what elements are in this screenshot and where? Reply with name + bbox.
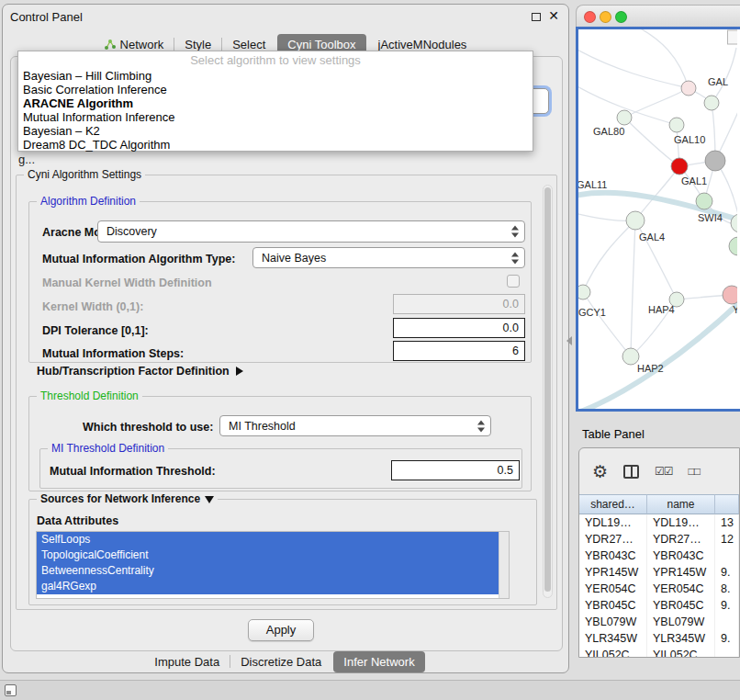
network-node[interactable] [729, 237, 737, 255]
list-item[interactable]: TopologicalCoefficient [37, 548, 499, 563]
columns-icon[interactable] [623, 465, 639, 479]
node-label: GAL1 [681, 175, 707, 186]
scrollbar-thumb[interactable] [544, 187, 551, 592]
network-node-selected[interactable] [671, 158, 688, 175]
network-node[interactable] [723, 286, 737, 304]
mac-close-button[interactable] [584, 11, 596, 23]
table-row[interactable]: YBR043CYBR043C [579, 548, 739, 564]
which-threshold-select[interactable]: MI Threshold [219, 415, 491, 436]
close-icon[interactable]: ✕ [548, 8, 559, 23]
collapse-arrow-icon[interactable] [205, 496, 214, 503]
network-edge [631, 220, 635, 356]
list-scrollbar[interactable] [499, 532, 509, 598]
tab-infer-network[interactable]: Infer Network [333, 651, 424, 672]
combo-stepper-icon [477, 420, 486, 432]
table-row[interactable]: YLR345WYLR345W9. [579, 630, 739, 647]
mac-minimize-button[interactable] [600, 11, 611, 23]
dropdown-item[interactable]: Bayesian – K2 [18, 124, 533, 138]
dpi-tolerance-label: DPI Tolerance [0,1]: [42, 324, 149, 337]
table-cell: 9. [715, 630, 739, 647]
mi-algorithm-type-label: Mutual Information Algorithm Type: [42, 253, 235, 265]
table-header-row: shared… name [579, 494, 739, 514]
tab-discretize-data[interactable]: Discretize Data [230, 651, 331, 672]
mi-algorithm-type-select[interactable]: Naive Bayes [252, 247, 525, 268]
table-cell: YER054C [579, 581, 647, 597]
float-window-icon[interactable] [532, 13, 541, 21]
node-label: GAL10 [674, 134, 705, 145]
table-cell: YBL079W [647, 614, 715, 630]
network-edge [583, 220, 635, 292]
network-node[interactable] [696, 193, 712, 209]
network-node[interactable] [704, 96, 719, 110]
tab-jactivemodules-label: jActiveMNodules [378, 38, 467, 51]
dropdown-item[interactable]: Basic Correlation Inference [18, 83, 533, 96]
data-attributes-list: SelfLoops TopologicalCoefficient Between… [36, 531, 510, 599]
control-panel-window: Control Panel ✕ Network Style Select Cyn… [2, 4, 569, 673]
list-item[interactable]: gal4RGexp [37, 579, 499, 594]
expand-arrow-icon[interactable] [236, 367, 243, 376]
network-scrollbar-fragment[interactable] [728, 30, 738, 44]
which-threshold-value: MI Threshold [229, 420, 296, 433]
table-row[interactable]: YDR27…YDR27…12 [579, 531, 739, 548]
cyni-bottom-tabbar: Impute Data Discretize Data Infer Networ… [3, 649, 568, 673]
algorithm-dropdown-list: Select algorithm to view settings Bayesi… [17, 51, 533, 152]
network-node[interactable] [578, 285, 590, 299]
gear-icon[interactable]: ⚙ [592, 463, 608, 480]
manual-kernel-width-label: Manual Kernel Width Definition [42, 277, 212, 289]
table-cell: YIL052C [647, 647, 715, 657]
dpi-tolerance-field[interactable]: 0.0 [393, 318, 525, 338]
sources-title[interactable]: Sources for Network Inference [37, 492, 218, 506]
dropdown-item-selected[interactable]: ARACNE Algorithm [18, 96, 533, 110]
network-node[interactable] [705, 151, 725, 171]
aracne-mode-value: Discovery [107, 225, 157, 238]
network-node[interactable] [626, 211, 645, 230]
dropdown-item[interactable]: Bayesian – Hill Climbing [18, 69, 533, 83]
combo-stepper-icon [511, 252, 520, 264]
network-window-titlebar[interactable] [576, 5, 740, 27]
kernel-width-field[interactable]: 0.0 [393, 294, 525, 314]
mac-zoom-button[interactable] [615, 11, 627, 23]
apply-button[interactable]: Apply [248, 619, 314, 641]
network-canvas[interactable]: GAL GAL80 GAL10 GAL11 GAL1 SWI4 GAL4 GCY… [576, 27, 740, 412]
manual-kernel-width-checkbox[interactable] [507, 275, 520, 288]
dropdown-item[interactable]: Mutual Information Inference [18, 110, 533, 124]
node-label: HAP2 [637, 363, 664, 374]
network-node[interactable] [669, 118, 684, 132]
tab-cyni-toolbox-label: Cyni Toolbox [287, 38, 355, 51]
splitter-collapse-handle[interactable] [566, 336, 572, 345]
network-node[interactable] [617, 110, 632, 125]
deselect-all-icon[interactable]: □□ [689, 465, 701, 478]
column-header[interactable]: shared… [579, 494, 647, 514]
table-row[interactable]: YBL079WYBL079W [579, 614, 739, 630]
node-label: GAL80 [593, 126, 624, 137]
table-cell: 8. [715, 581, 739, 597]
table-row[interactable]: YER054CYER054C8. [579, 581, 739, 597]
table-row[interactable]: YPR145WYPR145W9. [579, 564, 739, 581]
table-row[interactable]: YBR045CYBR045C9. [579, 597, 739, 614]
table-row[interactable]: YIL052CYIL052C [579, 647, 739, 657]
column-header[interactable]: name [647, 494, 715, 514]
panel-toggle-icon[interactable] [5, 684, 17, 696]
aracne-mode-select[interactable]: Discovery [97, 220, 525, 243]
select-all-icon[interactable]: ☑☑ [655, 465, 673, 478]
list-item[interactable]: BetweennessCentrality [37, 563, 499, 579]
hub-tf-definition-label: Hub/Transcription Factor Definition [37, 365, 230, 378]
cyni-algorithm-settings-title: Cyni Algorithm Settings [24, 168, 145, 182]
dropdown-item[interactable]: Dream8 DC_TDC Algorithm [18, 138, 533, 152]
mi-steps-field[interactable]: 6 [393, 341, 525, 361]
cyni-algorithm-settings-group: Cyni Algorithm Settings Algorithm Defini… [16, 175, 557, 610]
settings-scrollbar[interactable] [543, 185, 553, 598]
algorithm-definition-title: Algorithm Definition [37, 195, 140, 209]
column-header[interactable] [715, 494, 739, 514]
list-item[interactable]: SelfLoops [37, 532, 499, 548]
hub-tf-definition-section[interactable]: Hub/Transcription Factor Definition [37, 365, 243, 378]
tab-impute-data-label: Impute Data [154, 655, 219, 669]
network-node[interactable] [681, 81, 696, 96]
threshold-definition-group: Threshold Definition Which threshold to … [28, 396, 532, 491]
mi-threshold-field[interactable]: 0.5 [391, 460, 520, 480]
table-row[interactable]: YDL19…YDL19…13 [579, 514, 739, 531]
tab-impute-data[interactable]: Impute Data [144, 651, 230, 672]
table-toolbar: ⚙ ☑☑ □□ [579, 448, 739, 494]
table-panel-title: Table Panel [582, 427, 645, 441]
table-cell: 9. [715, 597, 739, 614]
